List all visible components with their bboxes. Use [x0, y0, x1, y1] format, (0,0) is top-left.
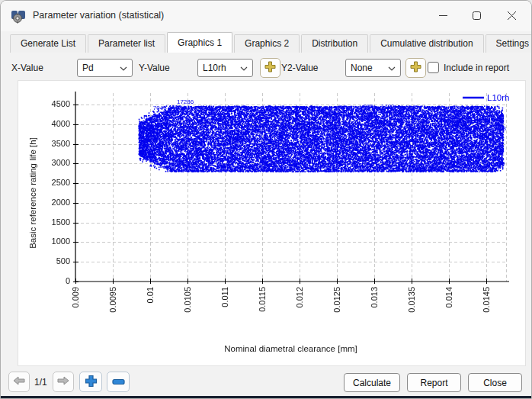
minus-icon	[112, 377, 125, 388]
window-title: Parameter variation (statistical)	[33, 10, 164, 21]
report-button[interactable]: Report	[407, 373, 461, 392]
y-value-select[interactable]: L10rh	[197, 59, 253, 77]
x-value-label: X-Value	[11, 63, 43, 73]
bearing-gear-icon	[10, 8, 27, 24]
x-value-select[interactable]: Pd	[77, 59, 133, 77]
plus-icon	[264, 61, 276, 75]
tab-generate-list[interactable]: Generate List	[10, 34, 86, 53]
y-value-label: Y-Value	[139, 63, 170, 73]
plus-icon	[410, 61, 421, 75]
zoom-in-button[interactable]	[79, 372, 102, 392]
calculate-button[interactable]: Calculate	[344, 373, 400, 392]
y2-value-label: Y2-Value	[281, 63, 318, 73]
add-y2-curve-button[interactable]	[405, 58, 426, 78]
tab-distribution[interactable]: Distribution	[301, 34, 368, 53]
x-value-current: Pd	[82, 63, 94, 73]
window-bottom-edge	[1, 396, 532, 399]
title-bar: Parameter variation (statistical)	[1, 1, 531, 31]
page-back-button[interactable]	[8, 372, 30, 392]
chevron-down-icon	[240, 63, 248, 73]
tab-bar: Generate ListParameter listGraphics 1Gra…	[10, 32, 532, 53]
arrow-right-icon	[57, 376, 69, 388]
tab-parameter-list[interactable]: Parameter list	[88, 34, 165, 53]
tab-graphics-2[interactable]: Graphics 2	[234, 34, 300, 53]
include-in-report-checkbox[interactable]	[428, 62, 439, 73]
tab-cumulative-distribution[interactable]: Cumulative distribution	[370, 34, 483, 53]
minimize-icon[interactable]	[426, 1, 460, 30]
dialog-parameter-variation: Parameter variation (statistical) Genera…	[0, 0, 532, 399]
y2-value-current: None	[351, 63, 373, 73]
tab-settings[interactable]: Settings	[486, 34, 532, 53]
scatter-chart-canvas	[18, 81, 525, 365]
add-y-curve-button[interactable]	[260, 58, 280, 78]
page-forward-button[interactable]	[53, 372, 74, 392]
y2-value-select[interactable]: None	[345, 59, 401, 77]
tab-graphics-1[interactable]: Graphics 1	[167, 32, 232, 53]
chevron-down-icon	[388, 63, 396, 73]
chart-panel	[18, 80, 526, 366]
arrow-left-icon	[13, 376, 25, 388]
zoom-out-button[interactable]	[107, 372, 130, 392]
maximize-icon[interactable]	[460, 1, 493, 30]
y-value-current: L10rh	[203, 63, 226, 73]
page-indicator: 1/1	[34, 377, 47, 388]
close-icon[interactable]	[495, 1, 528, 30]
plus-icon	[85, 375, 98, 390]
chevron-down-icon	[120, 63, 127, 73]
include-in-report-label: Include in report	[444, 63, 509, 73]
close-button[interactable]: Close	[468, 373, 522, 392]
